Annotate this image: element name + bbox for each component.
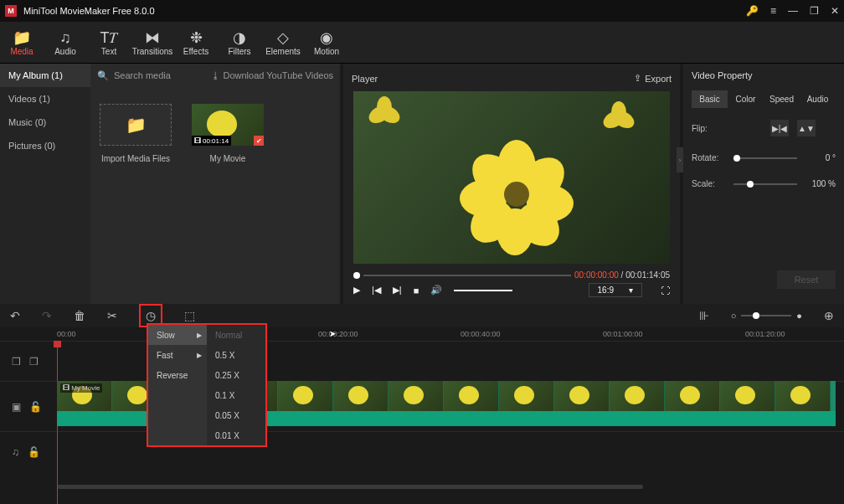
music-note-icon: ♫	[59, 28, 71, 47]
speedmenu-slow[interactable]: Slow▶	[148, 325, 207, 345]
film-icon: 🎞	[63, 384, 69, 392]
undo-icon[interactable]: ↶	[10, 309, 20, 322]
delete-icon[interactable]: 🗑	[74, 309, 85, 322]
volume-icon[interactable]: 🔊	[430, 285, 442, 296]
fullscreen-icon[interactable]: ⛶	[661, 285, 670, 296]
layer-copy-icon[interactable]: ❐	[12, 356, 21, 368]
speed-context-menu: Slow▶ Fast▶ Reverse Normal 0.5 X 0.25 X …	[147, 323, 267, 447]
export-button[interactable]: ⇪Export	[634, 73, 672, 84]
time-total: 00:01:14:05	[625, 270, 670, 280]
search-icon[interactable]: 🔍	[97, 70, 109, 81]
crop-icon[interactable]: ⬚	[184, 309, 195, 322]
scale-value: 100 %	[804, 179, 836, 188]
proptab-audio[interactable]: Audio	[800, 90, 836, 108]
speedmenu-0-05x[interactable]: 0.05 X	[207, 405, 265, 425]
horizontal-scrollbar[interactable]	[0, 483, 844, 490]
redo-icon[interactable]: ↷	[42, 309, 52, 322]
flip-vertical-button[interactable]: ▲▼	[797, 120, 816, 136]
folder-icon: 📁	[13, 28, 31, 47]
proptab-speed[interactable]: Speed	[764, 90, 800, 108]
speedmenu-fast[interactable]: Fast▶	[148, 345, 207, 365]
folder-plus-icon: 📁	[126, 115, 147, 135]
tab-elements[interactable]: ◇Elements	[261, 22, 305, 63]
speedmenu-normal[interactable]: Normal	[207, 325, 265, 345]
hamburger-menu-icon[interactable]: ≡	[770, 5, 776, 17]
prev-frame-icon[interactable]: |◀	[372, 285, 381, 296]
volume-slider[interactable]	[454, 290, 512, 291]
time-current: 00:00:00:00	[574, 270, 619, 280]
rotate-value: 0 °	[804, 153, 836, 162]
zoom-in-icon[interactable]: ●	[796, 311, 802, 321]
search-input[interactable]: Search media	[114, 70, 171, 80]
time-ruler[interactable]: 00:00 00:00:20:00 00:00:40:00 00:01:00:0…	[0, 327, 844, 341]
speedmenu-0-1x[interactable]: 0.1 X	[207, 385, 265, 405]
filters-icon: ◑	[233, 28, 246, 47]
sidebar-item-pictures[interactable]: Pictures (0)	[0, 134, 90, 157]
maximize-icon[interactable]: ❐	[810, 5, 819, 17]
speedmenu-reverse[interactable]: Reverse	[148, 365, 207, 385]
layer-copy2-icon[interactable]: ❐	[29, 356, 39, 368]
proptab-color[interactable]: Color	[728, 90, 764, 108]
proptab-basic[interactable]: Basic	[692, 90, 728, 108]
sidebar-item-my-album[interactable]: My Album (1)	[0, 64, 90, 87]
media-thumbnail[interactable]: 🎞00:01:14 ✔	[192, 104, 264, 146]
media-sidebar: My Album (1) Videos (1) Music (0) Pictur…	[0, 64, 90, 304]
app-logo-icon: M	[5, 5, 17, 17]
title-bar: M MiniTool MovieMaker Free 8.0.0 🔑 ≡ ― ❐…	[0, 0, 844, 22]
media-thumbnail-label: My Movie	[210, 154, 246, 163]
zoom-control[interactable]: ○ ●	[731, 311, 802, 321]
play-icon[interactable]: ▶	[353, 285, 360, 296]
scale-slider[interactable]	[733, 183, 797, 185]
player-panel: Player ⇪Export 00:00:00:00 / 00:01:14:05…	[343, 64, 680, 304]
speedmenu-0-01x[interactable]: 0.01 X	[207, 425, 265, 445]
timeline-panel: ↶ ↷ 🗑 ✂ ◷ ⬚ ⊪ ○ ● ⊕ 00:00 00:00:20:00 00…	[0, 304, 844, 490]
tab-transitions[interactable]: ⧓Transitions	[131, 22, 174, 63]
video-track-icon: ▣	[12, 401, 21, 413]
flip-horizontal-button[interactable]: ▶|◀	[770, 120, 789, 136]
effects-icon: ❉	[190, 28, 203, 47]
stop-icon[interactable]: ■	[414, 285, 419, 296]
transitions-icon: ⧓	[145, 28, 160, 47]
film-icon: 🎞	[194, 137, 201, 145]
tab-motion[interactable]: ◉Motion	[305, 22, 348, 63]
elements-icon: ◇	[277, 28, 289, 47]
tab-media[interactable]: 📁Media	[0, 22, 44, 63]
close-icon[interactable]: ✕	[831, 5, 839, 17]
sidebar-item-videos[interactable]: Videos (1)	[0, 87, 90, 111]
download-youtube-link[interactable]: ⭳Download YouTube Videos	[211, 70, 334, 80]
speedmenu-0-25x[interactable]: 0.25 X	[207, 365, 265, 385]
lock-icon[interactable]: 🔓	[28, 446, 40, 458]
flip-horizontal-icon: ▶|◀	[772, 124, 788, 133]
minimize-icon[interactable]: ―	[788, 5, 798, 17]
zoom-out-icon[interactable]: ○	[731, 311, 737, 321]
key-icon[interactable]: 🔑	[746, 5, 759, 17]
next-frame-icon[interactable]: ▶|	[393, 285, 402, 296]
audio-adjust-icon[interactable]: ⊪	[699, 309, 709, 322]
rotate-slider[interactable]	[733, 157, 797, 159]
clip-label: 🎞 My Movie	[60, 383, 102, 393]
motion-icon: ◉	[320, 28, 333, 47]
split-icon[interactable]: ✂	[107, 309, 117, 322]
seek-bar[interactable]: 00:00:00:00 / 00:01:14:05	[353, 270, 670, 280]
text-icon: T𝑇	[100, 28, 118, 47]
sidebar-item-music[interactable]: Music (0)	[0, 111, 90, 134]
tab-text[interactable]: T𝑇Text	[87, 22, 131, 63]
property-title: Video Property	[692, 70, 836, 80]
tab-filters[interactable]: ◑Filters	[218, 22, 261, 63]
tab-audio[interactable]: ♫Audio	[44, 22, 87, 63]
speedmenu-0-5x[interactable]: 0.5 X	[207, 345, 265, 365]
lock-icon[interactable]: 🔓	[29, 401, 42, 413]
zoom-fit-icon[interactable]: ⊕	[824, 309, 834, 322]
video-preview	[353, 91, 670, 264]
checkmark-icon: ✔	[254, 136, 264, 146]
import-media-label: Import Media Files	[101, 154, 170, 163]
video-property-panel: › Video Property Basic Color Speed Audio…	[683, 64, 844, 304]
aspect-select[interactable]: 16:9▾	[589, 283, 642, 297]
tab-effects[interactable]: ❉Effects	[174, 22, 218, 63]
chevron-down-icon: ▾	[629, 285, 633, 295]
reset-button[interactable]: Reset	[777, 270, 836, 289]
import-media-button[interactable]: 📁	[100, 104, 172, 146]
panel-collapse-toggle[interactable]: ›	[677, 147, 683, 172]
app-title: MiniTool MovieMaker Free 8.0.0	[23, 6, 746, 16]
player-title: Player	[352, 74, 378, 84]
